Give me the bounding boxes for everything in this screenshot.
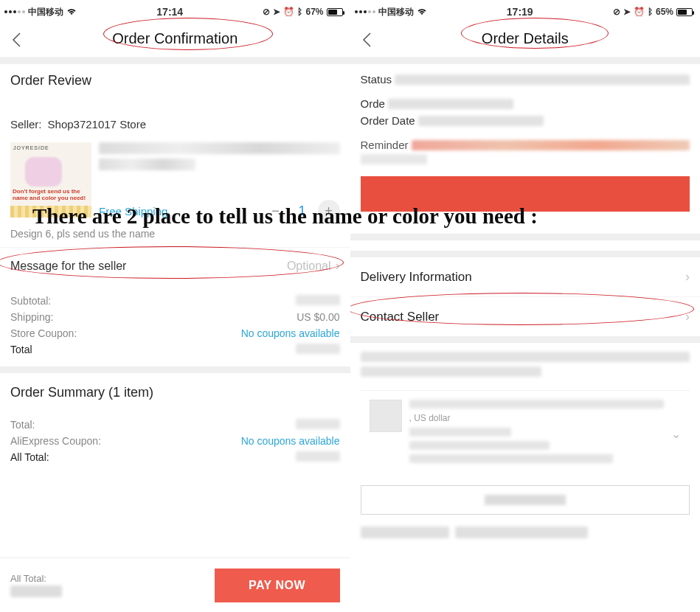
expand-icon[interactable]: ⌄ [671,427,681,441]
qty-plus-button[interactable]: + [318,200,340,222]
all-total-label: All Total: [10,451,49,463]
status-bar: 中国移动 17:14 ⊘ ➤ ⏰ ᛒ 67% [0,3,350,21]
qty-minus-button[interactable]: − [264,200,286,222]
total-value-blur [296,344,340,354]
message-seller-row[interactable]: Message for the seller Optional › [0,247,350,284]
status-bar: 中国移动 17:19 ⊘ ➤ ⏰ ᛒ 65% [350,3,701,21]
alarm-icon: ⏰ [283,7,294,17]
order-item-title-blur [409,400,665,408]
qty-value: 1 [298,204,305,219]
orientation-lock-icon: ⊘ [263,7,270,17]
location-icon: ➤ [623,7,631,17]
chevron-right-icon: › [685,309,690,324]
order-action-button[interactable] [361,485,690,515]
summary-total-label: Total: [10,419,35,431]
status-value-blur [395,74,690,85]
order-item-line-blur [409,428,511,437]
order-item-thumb [370,400,402,432]
wifi-icon [417,7,427,18]
order-review-title: Order Review [10,73,340,88]
page-title: Order Confirmation [112,30,238,47]
product-row: JOYRESIDE Don't forget send us the name … [0,135,350,225]
reminder-value-blur-2 [361,154,427,164]
seller-label: Seller: [10,118,42,131]
highlight-band [361,176,690,212]
alarm-icon: ⏰ [634,7,645,17]
footer-blur [350,515,701,538]
order-id-label: Orde [361,97,385,110]
paybar-all-total-label: All Total: [10,573,62,584]
nav-header: Order Details [350,21,701,58]
order-item-card[interactable]: , US dollar ⌄ [361,390,690,476]
product-image[interactable]: JOYRESIDE Don't forget send us the name … [10,142,91,218]
footer-blur-1 [361,526,449,538]
status-time: 17:14 [156,6,183,18]
pay-bar: All Total: PAY NOW [0,557,350,612]
product-brand: JOYRESIDE [13,145,49,150]
battery-percent: 67% [305,7,323,17]
bluetooth-icon: ᛒ [297,7,302,17]
carrier-label: 中国移动 [28,6,63,18]
delivery-info-label: Delivery Information [361,270,472,285]
order-summary-title: Order Summary (1 item) [0,373,350,408]
quantity-stepper: − 1 + [264,200,339,222]
order-item-line-blur-2 [409,441,550,450]
pay-now-button[interactable]: PAY NOW [215,568,340,602]
order-date-label: Order Date [361,114,415,127]
order-item-currency: , US dollar [409,413,665,423]
ali-coupon-link[interactable]: No coupons available [241,435,340,447]
contact-seller-label: Contact Seller [361,310,440,324]
order-action-label-blur [485,495,566,505]
order-summary-rows: Total: AliExpress Coupon: No coupons ava… [0,408,350,474]
price-summary: Subtotal: Shipping: US $0.00 Store Coupo… [0,284,350,366]
battery-icon [327,8,343,16]
wifi-icon [66,7,77,18]
order-date-value-blur [418,116,544,126]
delivery-information-row[interactable]: Delivery Information › [350,257,701,297]
shipping-label: Shipping: [10,311,53,323]
subtotal-value-blur [296,295,340,305]
all-total-blur [296,451,340,462]
address-block [350,343,701,390]
reminder-value-blur [412,140,690,150]
nav-header: Order Confirmation [0,21,350,58]
address-line-blur [361,352,690,362]
store-coupon-label: Store Coupon: [10,327,77,339]
store-coupon-link[interactable]: No coupons available [241,327,340,339]
back-button[interactable] [10,31,24,53]
message-seller-placeholder: Optional [287,260,331,273]
contact-seller-row[interactable]: Contact Seller › [350,297,701,336]
chevron-right-icon: › [336,258,340,274]
address-line-blur-2 [361,366,542,377]
carrier-label: 中国移动 [378,6,414,18]
ali-coupon-label: AliExpress Coupon: [10,435,101,447]
product-title-blur [99,142,340,154]
phone-right: 中国移动 17:19 ⊘ ➤ ⏰ ᛒ 65% Order Details [350,0,701,612]
shipping-link[interactable]: Free Shipping [99,205,167,218]
message-seller-label: Message for the seller [10,260,126,273]
order-id-value-blur [388,99,513,109]
seller-name: Shop3721017 Store [48,118,146,131]
product-image-caption: Don't forget send us the name and color … [13,189,89,201]
location-icon: ➤ [273,7,280,17]
page-title: Order Details [482,30,569,47]
chevron-right-icon: › [685,269,690,285]
order-meta: Status Orde Order Date Reminder [350,64,701,170]
paybar-all-total-blur [10,585,62,597]
subtotal-label: Subtotal: [10,295,51,307]
back-button[interactable] [361,31,374,53]
footer-blur-2 [455,526,588,538]
status-time: 17:19 [507,6,533,18]
order-review-section: Order Review [0,64,350,102]
product-subtitle-blur [99,159,195,170]
orientation-lock-icon: ⊘ [613,7,620,17]
status-label: Status [361,73,392,86]
bluetooth-icon: ᛒ [648,7,653,17]
order-item-line-blur-3 [409,454,613,463]
summary-total-blur [296,419,340,429]
battery-icon [676,8,693,16]
phone-left: 中国移动 17:14 ⊘ ➤ ⏰ ᛒ 67% Order Confirmatio… [0,0,350,612]
variant-text: Design 6, pls send us the name [0,225,350,247]
total-label: Total [10,344,32,355]
battery-percent: 65% [656,7,673,17]
